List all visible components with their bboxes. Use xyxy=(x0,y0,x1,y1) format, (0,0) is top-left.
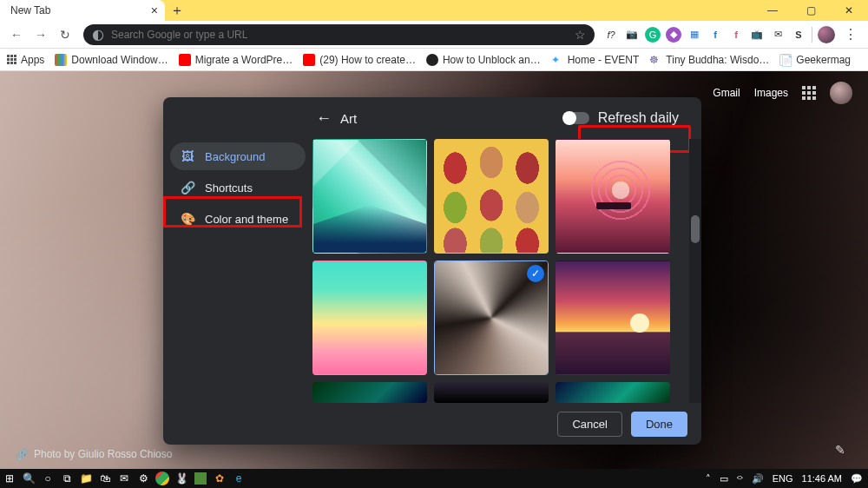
background-tile[interactable] xyxy=(312,139,427,254)
background-gallery: ✓ xyxy=(312,139,701,403)
volume-icon[interactable]: 🔊 xyxy=(752,473,764,485)
background-tile[interactable] xyxy=(312,382,427,403)
bookmark-label: Home - EVENT xyxy=(568,54,640,66)
palette-icon: 🎨 xyxy=(181,212,194,226)
mail-icon[interactable]: ✉ xyxy=(115,469,134,488)
customize-pencil-icon[interactable]: ✎ xyxy=(835,443,845,457)
checkmark-icon: ✓ xyxy=(527,265,544,282)
ntp-top-links: Gmail Images xyxy=(713,82,852,104)
task-view-icon[interactable]: ⧉ xyxy=(57,469,76,488)
apps-grid-icon xyxy=(7,55,16,64)
apps-label: Apps xyxy=(21,54,44,66)
bookmark-item[interactable]: ✦Home - EVENT xyxy=(551,54,640,66)
scrollbar-track[interactable] xyxy=(689,139,701,403)
browser-tab[interactable]: New Tab × xyxy=(0,0,165,21)
sidebar-item-label: Color and theme xyxy=(205,213,288,226)
bookmark-label: Tiny Buddha: Wisdo… xyxy=(666,54,769,66)
bookmark-item[interactable]: How to Unblock an… xyxy=(426,54,541,66)
language-indicator[interactable]: ENG xyxy=(773,473,793,484)
app-icon[interactable]: 🐰 xyxy=(172,469,191,488)
profile-avatar[interactable] xyxy=(818,26,835,43)
bookmark-item[interactable]: (29) How to create… xyxy=(303,54,416,66)
photo-credit[interactable]: 🔗 Photo by Giulio Rosso Chioso xyxy=(16,448,172,460)
extension-fb1-icon[interactable]: f xyxy=(707,27,723,43)
reload-icon[interactable]: ↻ xyxy=(56,25,75,44)
window-titlebar: New Tab × ＋ — ▢ ✕ xyxy=(0,0,868,21)
extension-mail-icon[interactable]: ✉ xyxy=(770,27,786,43)
maximize-button[interactable]: ▢ xyxy=(792,0,830,21)
background-tile[interactable] xyxy=(312,260,427,375)
extension-tv-icon[interactable]: 📺 xyxy=(749,27,765,43)
background-tile[interactable] xyxy=(556,139,670,254)
store-icon[interactable]: 🛍 xyxy=(95,469,115,488)
tab-title: New Tab xyxy=(10,4,50,16)
refresh-daily-toggle[interactable] xyxy=(563,112,589,124)
notifications-icon[interactable]: 💬 xyxy=(851,473,863,485)
sidebar-item-color[interactable]: 🎨 Color and theme xyxy=(170,205,306,233)
bookmark-item[interactable]: Download Window… xyxy=(55,54,168,66)
back-arrow-icon[interactable]: ← xyxy=(316,109,332,128)
forward-icon[interactable]: → xyxy=(31,25,50,44)
google-apps-icon[interactable] xyxy=(802,86,816,100)
system-tray: ˄ ▭ ⌔ 🔊 ENG 11:46 AM 💬 xyxy=(700,473,868,485)
extension-shield-icon[interactable]: ◆ xyxy=(666,27,681,43)
refresh-daily-label: Refresh daily xyxy=(598,110,679,126)
link-chain-icon: 🔗 xyxy=(181,181,194,195)
chrome-icon[interactable] xyxy=(155,472,169,485)
bookmark-label: Geekermag xyxy=(796,54,851,66)
gmail-link[interactable]: Gmail xyxy=(713,87,740,99)
back-icon[interactable]: ← xyxy=(7,25,26,44)
clock[interactable]: 11:46 AM xyxy=(802,473,842,484)
background-tile[interactable] xyxy=(434,382,549,403)
close-window-button[interactable]: ✕ xyxy=(830,0,868,21)
background-tile-row-partial xyxy=(312,382,670,403)
tray-chevron-icon[interactable]: ˄ xyxy=(706,473,711,485)
close-tab-icon[interactable]: × xyxy=(151,3,158,17)
background-tile[interactable] xyxy=(556,382,670,403)
done-button[interactable]: Done xyxy=(631,412,687,437)
scrollbar-thumb[interactable] xyxy=(691,215,700,243)
background-tile[interactable] xyxy=(556,260,670,375)
wifi-icon[interactable]: ⌔ xyxy=(737,473,743,484)
browser-menu-icon[interactable]: ⋮ xyxy=(840,26,861,43)
account-avatar[interactable] xyxy=(830,82,852,104)
app-icon[interactable]: ✿ xyxy=(210,469,229,488)
explorer-icon[interactable]: 📁 xyxy=(76,469,95,488)
minimize-button[interactable]: — xyxy=(753,0,792,21)
cancel-button[interactable]: Cancel xyxy=(557,412,621,437)
extension-grammarly-icon[interactable]: G xyxy=(645,27,661,43)
sidebar-item-shortcuts[interactable]: 🔗 Shortcuts xyxy=(170,174,306,201)
background-tile-selected[interactable]: ✓ xyxy=(434,260,549,375)
bookmark-item[interactable]: ☸Tiny Buddha: Wisdo… xyxy=(649,54,769,66)
customize-dialog: ← Art Refresh daily 🖼 Background 🔗 Short… xyxy=(163,97,701,445)
link-icon: 🔗 xyxy=(16,448,29,460)
site-info-icon[interactable]: ◐ xyxy=(92,26,104,43)
background-tile[interactable] xyxy=(434,139,549,254)
images-link[interactable]: Images xyxy=(754,87,788,99)
cortana-icon[interactable]: ○ xyxy=(38,469,57,488)
dialog-title: Art xyxy=(340,111,357,126)
omnibox-input[interactable] xyxy=(111,29,568,41)
new-tab-button[interactable]: ＋ xyxy=(165,0,189,21)
extension-fonts-icon[interactable]: f? xyxy=(603,27,619,43)
settings-icon[interactable]: ⚙ xyxy=(134,469,153,488)
extension-fb2-icon[interactable]: f xyxy=(728,27,744,43)
refresh-daily-toggle-row: Refresh daily xyxy=(555,105,687,131)
app-icon[interactable] xyxy=(194,472,207,485)
edge-icon[interactable]: e xyxy=(229,469,248,488)
search-icon[interactable]: 🔍 xyxy=(19,469,38,488)
extension-blue-icon[interactable]: ▦ xyxy=(687,27,702,43)
extension-camera-icon[interactable]: 📷 xyxy=(624,27,640,43)
extension-s-icon[interactable]: S xyxy=(791,27,806,43)
bookmarks-bar: Apps Download Window… Migrate a WordPre…… xyxy=(0,49,868,71)
apps-button[interactable]: Apps xyxy=(7,54,44,66)
battery-icon[interactable]: ▭ xyxy=(720,473,728,485)
start-button[interactable]: ⊞ xyxy=(0,469,19,488)
bookmark-star-icon[interactable]: ☆ xyxy=(575,28,586,42)
sidebar-item-label: Shortcuts xyxy=(205,181,253,195)
bookmark-item[interactable]: 📄Geekermag xyxy=(779,54,851,66)
bookmark-label: Download Window… xyxy=(71,54,168,66)
omnibox[interactable]: ◐ ☆ xyxy=(83,24,595,45)
sidebar-item-background[interactable]: 🖼 Background xyxy=(170,142,306,170)
bookmark-item[interactable]: Migrate a WordPre… xyxy=(179,54,293,66)
